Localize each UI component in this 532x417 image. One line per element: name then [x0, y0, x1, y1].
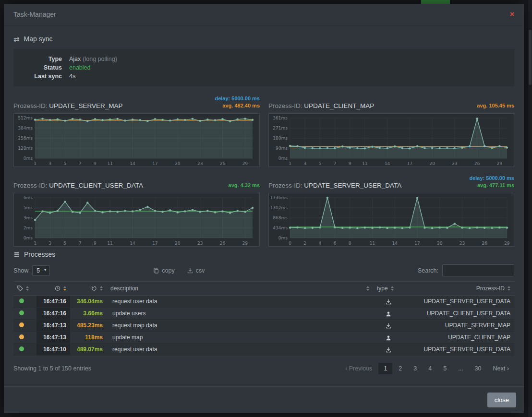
svg-text:3: 3 — [303, 161, 306, 166]
processes-icon — [13, 251, 20, 258]
status-dot — [19, 346, 24, 351]
svg-text:14: 14 — [130, 241, 135, 246]
history-icon — [91, 286, 97, 291]
csv-button[interactable]: csv — [187, 267, 205, 274]
time-cell: 16:47:13 — [36, 320, 70, 332]
sort-icon-active — [63, 286, 66, 291]
page-button[interactable]: 1 — [378, 363, 392, 374]
page-button[interactable]: 5 — [438, 363, 452, 374]
pagination: ‹ Previous12345...30Next › — [340, 362, 514, 374]
svg-text:11: 11 — [107, 241, 112, 246]
svg-text:8: 8 — [349, 241, 351, 246]
svg-text:26: 26 — [474, 161, 480, 166]
page-button[interactable]: 4 — [423, 363, 437, 374]
chart-panel: 6ms5ms3ms2ms0ms1357911141720232629 — [13, 193, 260, 247]
page-button[interactable]: 30 — [470, 363, 487, 374]
svg-text:29: 29 — [504, 241, 510, 246]
type-cell — [373, 332, 404, 344]
svg-text:4: 4 — [318, 241, 321, 246]
col-description-header[interactable]: description — [107, 282, 373, 296]
scrollbar-thumb[interactable] — [529, 30, 532, 85]
svg-text:9: 9 — [94, 161, 97, 166]
chart-delay-text: delay: 5000.00 ms — [215, 95, 260, 102]
svg-text:11: 11 — [107, 161, 112, 166]
svg-text:5: 5 — [64, 241, 67, 246]
status-dot — [19, 322, 24, 327]
col-status-header[interactable] — [13, 282, 36, 296]
svg-text:29: 29 — [497, 161, 503, 166]
chart-card: Prozess-ID: UPDATE_CLIENT_MAP avg. 105.4… — [268, 94, 514, 167]
chart-header: Prozess-ID: UPDATE_SERVER_MAP delay: 500… — [13, 94, 260, 109]
svg-text:11: 11 — [370, 241, 375, 246]
process-id-cell: UPDATE_CLIENT_MAP — [404, 332, 514, 344]
svg-text:9: 9 — [349, 161, 351, 166]
download-icon — [386, 322, 391, 329]
svg-text:361ms: 361ms — [273, 116, 288, 120]
close-icon[interactable]: × — [510, 11, 514, 18]
close-button[interactable]: close — [487, 393, 516, 407]
svg-text:29: 29 — [242, 161, 248, 166]
svg-text:2: 2 — [303, 241, 306, 246]
description-cell: request user data — [107, 296, 373, 308]
chart-header: Prozess-ID: UPDATE_CLIENT_MAP avg. 105.4… — [268, 94, 514, 109]
svg-text:17: 17 — [414, 241, 420, 246]
duration-cell: 346.04ms — [70, 296, 107, 308]
page-scrollbar[interactable] — [528, 0, 532, 417]
table-footer: Showing 1 to 5 of 150 entries ‹ Previous… — [13, 362, 514, 374]
type-cell — [373, 320, 404, 332]
svg-text:23: 23 — [459, 241, 465, 246]
col-duration-header[interactable] — [70, 282, 107, 296]
svg-text:23: 23 — [197, 161, 203, 166]
col-type-header[interactable]: type — [373, 282, 404, 296]
copy-button[interactable]: copy — [153, 267, 174, 274]
info-value: enabled — [69, 63, 91, 72]
svg-text:20: 20 — [429, 161, 435, 166]
svg-text:0ms: 0ms — [24, 236, 33, 240]
modal-footer: close — [4, 386, 524, 413]
modal-title: Task-Manager — [13, 11, 56, 18]
status-cell — [13, 344, 36, 356]
svg-text:9: 9 — [94, 241, 97, 246]
info-label: Type — [21, 55, 69, 63]
next-button[interactable]: Next › — [487, 362, 514, 374]
status-dot — [19, 298, 24, 303]
user-icon — [386, 334, 391, 341]
chart-panel: 1736ms1302ms868ms434ms0ms024681114172023… — [268, 193, 514, 247]
page-button[interactable]: 3 — [408, 363, 422, 374]
chart-stats: delay: 5000.00 ms avg. 482.40 ms — [215, 95, 260, 109]
download-icon — [386, 298, 391, 305]
clock-icon — [55, 286, 60, 291]
svg-text:512ms: 512ms — [18, 116, 33, 120]
table-row: 16:47:163.66msupdate usersUPDATE_CLIENT_… — [13, 308, 514, 320]
svg-text:2ms: 2ms — [24, 226, 33, 230]
description-cell: update users — [107, 308, 373, 320]
info-row: TypeAjax(long polling) — [21, 55, 507, 63]
process-id-cell: UPDATE_CLIENT_USER_DATA — [404, 308, 514, 320]
col-process-id-header[interactable]: Prozess-ID — [404, 282, 514, 296]
chart-stats: avg. 105.45 ms — [477, 102, 514, 109]
svg-text:1: 1 — [34, 161, 36, 166]
search-label: Search: — [418, 267, 438, 274]
chart-svg: 361ms271ms180ms90ms0ms135791114172023262… — [269, 114, 514, 167]
status-dot — [19, 310, 24, 315]
svg-text:23: 23 — [197, 241, 203, 246]
svg-text:1302ms: 1302ms — [270, 205, 288, 210]
description-cell: update map — [107, 332, 373, 344]
page-button[interactable]: 2 — [393, 363, 407, 374]
svg-text:256ms: 256ms — [18, 136, 33, 141]
chart-svg: 512ms384ms256ms128ms0ms13579111417202326… — [14, 114, 259, 167]
modal-body: ⇄ Map sync TypeAjax(long polling)Statuse… — [4, 25, 524, 386]
svg-text:3: 3 — [48, 241, 51, 246]
user-icon — [386, 310, 391, 317]
col-time-header[interactable] — [36, 282, 70, 296]
page-size-select[interactable]: 5 — [32, 265, 50, 276]
chart-title: Prozess-ID: UPDATE_CLIENT_USER_DATA — [13, 182, 143, 189]
info-suffix: (long polling) — [83, 56, 117, 62]
description-cell: request user data — [107, 344, 373, 356]
col-type-label: type — [377, 285, 388, 292]
search-input[interactable] — [442, 264, 514, 276]
table-header-row: description type Prozess-ID — [13, 282, 514, 296]
chart-avg-text: avg. 482.40 ms — [215, 102, 260, 109]
svg-text:14: 14 — [385, 161, 390, 166]
previous-button[interactable]: ‹ Previous — [340, 362, 377, 374]
